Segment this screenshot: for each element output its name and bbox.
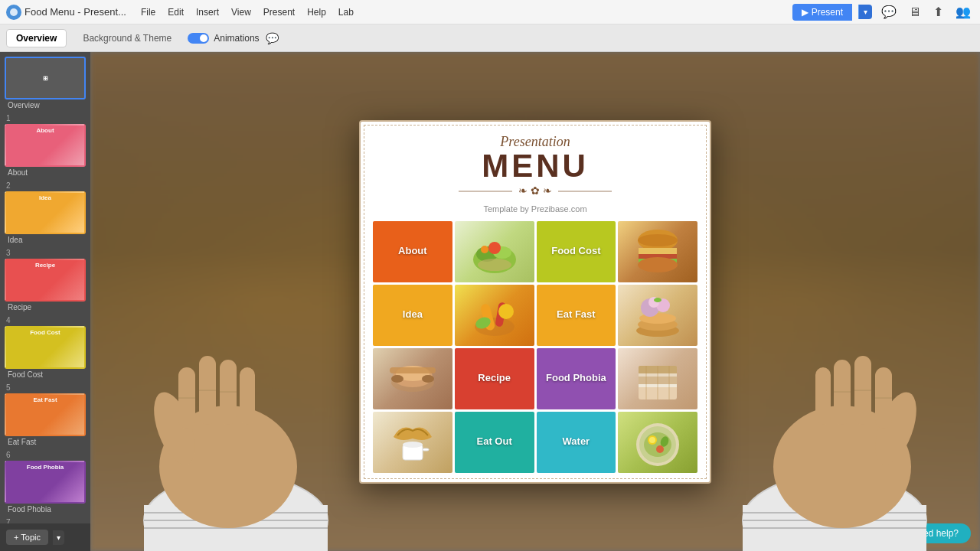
salad-image bbox=[455, 221, 534, 282]
slide-num-4: 4 bbox=[6, 316, 11, 324]
sidebar-item-about[interactable]: 1 About About bbox=[5, 114, 86, 177]
menu-insert[interactable]: Insert bbox=[191, 5, 224, 20]
menu-ornament: ❧ ✿ ❧ bbox=[373, 184, 697, 201]
hand-right bbox=[727, 291, 942, 551]
share-icon[interactable]: ⬆ bbox=[930, 3, 946, 21]
slide-num-2: 2 bbox=[6, 181, 11, 190]
chat-icon[interactable]: 💬 bbox=[878, 3, 900, 21]
svg-point-35 bbox=[488, 242, 501, 254]
grid-cell-burger bbox=[618, 221, 697, 282]
svg-rect-72 bbox=[423, 448, 429, 451]
hand-left bbox=[129, 291, 343, 551]
menu-header: Presentation MENU ❧ ✿ ❧ Template by Prez… bbox=[373, 134, 697, 214]
water-label: Water bbox=[563, 435, 590, 448]
fish-image bbox=[373, 348, 452, 409]
users-icon[interactable]: 👥 bbox=[952, 3, 974, 21]
thumb-1-image: About bbox=[5, 124, 86, 167]
add-topic-dropdown[interactable]: ▾ bbox=[53, 530, 64, 545]
grid-cell-food-phobia[interactable]: Food Phobia bbox=[537, 348, 616, 409]
menu-view[interactable]: View bbox=[226, 5, 256, 20]
food-phobia-label: Food Phobia bbox=[546, 372, 606, 385]
sidebar-item-recipe[interactable]: 3 Recipe Recipe bbox=[5, 249, 86, 311]
thumb-2-label: Idea bbox=[8, 236, 22, 244]
tab-background-theme[interactable]: Background & Theme bbox=[73, 29, 181, 47]
recipe-label: Recipe bbox=[478, 372, 511, 385]
grid-cell-idea[interactable]: Idea bbox=[373, 285, 452, 346]
top-bar: Food Menu - Present... File Edit Insert … bbox=[0, 0, 980, 24]
menu-edit[interactable]: Edit bbox=[162, 5, 189, 20]
thumb-overview-image: ⊞ bbox=[5, 57, 86, 99]
grid-cell-recipe[interactable]: Recipe bbox=[455, 348, 534, 409]
grid-cell-cake bbox=[618, 348, 697, 409]
screen-icon[interactable]: 🖥 bbox=[906, 4, 924, 21]
thumb-4-image: Food Cost bbox=[5, 326, 86, 369]
svg-point-47 bbox=[498, 304, 514, 319]
grid-cell-eat-fast[interactable]: Eat Fast bbox=[537, 285, 616, 346]
svg-point-37 bbox=[478, 259, 511, 271]
pancakes-image bbox=[618, 285, 697, 346]
grid-cell-pancakes bbox=[618, 285, 697, 346]
slide-num-5: 5 bbox=[6, 383, 11, 392]
svg-point-55 bbox=[654, 298, 662, 302]
app-logo-icon bbox=[6, 5, 21, 20]
present-button[interactable]: ▶ Present bbox=[792, 4, 852, 21]
add-topic-button[interactable]: + Topic bbox=[6, 530, 48, 545]
svg-point-42 bbox=[638, 257, 678, 272]
thumb-3-image: Recipe bbox=[5, 259, 86, 302]
menu-present[interactable]: Present bbox=[258, 5, 300, 20]
animations-toggle[interactable]: Animations bbox=[188, 33, 259, 44]
svg-point-79 bbox=[656, 445, 664, 453]
grid-cell-croissant bbox=[373, 412, 452, 473]
grid-cell-about[interactable]: About bbox=[373, 221, 452, 282]
comment-icon[interactable]: 💬 bbox=[266, 32, 279, 44]
svg-point-75 bbox=[644, 432, 671, 457]
veggies-image bbox=[455, 285, 534, 346]
main-area: ⊞ Overview 1 About About 2 Idea Idea 3 R… bbox=[0, 52, 980, 551]
grid-cell-food-cost[interactable]: Food Cost bbox=[537, 221, 616, 282]
cake-image bbox=[618, 348, 697, 409]
idea-label: Idea bbox=[403, 308, 423, 321]
menu-help[interactable]: Help bbox=[302, 5, 332, 20]
topbar-right: ▶ Present ▾ 💬 🖥 ⬆ 👥 bbox=[792, 3, 974, 21]
svg-point-0 bbox=[10, 8, 18, 16]
menu-template-text: Template by Prezibase.com bbox=[373, 204, 697, 214]
svg-point-77 bbox=[649, 437, 655, 443]
svg-rect-39 bbox=[639, 248, 677, 254]
sidebar-item-overview[interactable]: ⊞ Overview bbox=[5, 57, 86, 109]
croissant-image bbox=[373, 412, 452, 473]
grid-cell-fish bbox=[373, 348, 452, 409]
eat-out-label: Eat Out bbox=[477, 435, 512, 448]
animations-switch[interactable] bbox=[188, 33, 209, 44]
thumb-overview-label: Overview bbox=[8, 101, 40, 109]
sidebar-item-food-cost[interactable]: 4 Food Cost Food Cost bbox=[5, 316, 86, 379]
sidebar: ⊞ Overview 1 About About 2 Idea Idea 3 R… bbox=[0, 52, 90, 551]
menu-bar: File Edit Insert View Present Help Lab bbox=[136, 5, 359, 20]
slide-num-3: 3 bbox=[6, 249, 11, 257]
eat-fast-label: Eat Fast bbox=[557, 308, 596, 321]
sidebar-item-food-phobia[interactable]: 6 Food Phobia Food Phobia bbox=[5, 451, 86, 514]
sidebar-item-idea[interactable]: 2 Idea Idea bbox=[5, 181, 86, 244]
svg-rect-25 bbox=[815, 367, 831, 425]
menu-file[interactable]: File bbox=[136, 5, 161, 20]
menu-card: Presentation MENU ❧ ✿ ❧ Template by Prez… bbox=[359, 120, 711, 484]
thumb-5-label: Eat Fast bbox=[8, 438, 36, 446]
app-title: Food Menu - Present... bbox=[24, 6, 126, 18]
svg-text:❧ ✿ ❧: ❧ ✿ ❧ bbox=[518, 184, 552, 197]
svg-point-36 bbox=[481, 246, 488, 253]
thumb-5-image: Eat Fast bbox=[5, 393, 86, 436]
svg-rect-11 bbox=[240, 367, 255, 425]
present-dropdown-button[interactable]: ▾ bbox=[858, 5, 872, 19]
sidebar-bottom: + Topic ▾ bbox=[0, 523, 90, 551]
animations-label: Animations bbox=[214, 33, 259, 44]
sidebar-item-eat-fast[interactable]: 5 Eat Fast Eat Fast bbox=[5, 383, 86, 446]
svg-point-43 bbox=[638, 234, 678, 246]
grid-cell-water[interactable]: Water bbox=[537, 412, 616, 473]
grid-cell-eat-out[interactable]: Eat Out bbox=[455, 412, 534, 473]
app-logo: Food Menu - Present... bbox=[6, 5, 126, 20]
tab-overview[interactable]: Overview bbox=[6, 29, 67, 47]
grid-cell-veggies bbox=[455, 285, 534, 346]
burger-image bbox=[618, 221, 697, 282]
menu-lab[interactable]: Lab bbox=[333, 5, 359, 20]
thumb-2-image: Idea bbox=[5, 191, 86, 234]
food-cost-label: Food Cost bbox=[551, 245, 600, 258]
